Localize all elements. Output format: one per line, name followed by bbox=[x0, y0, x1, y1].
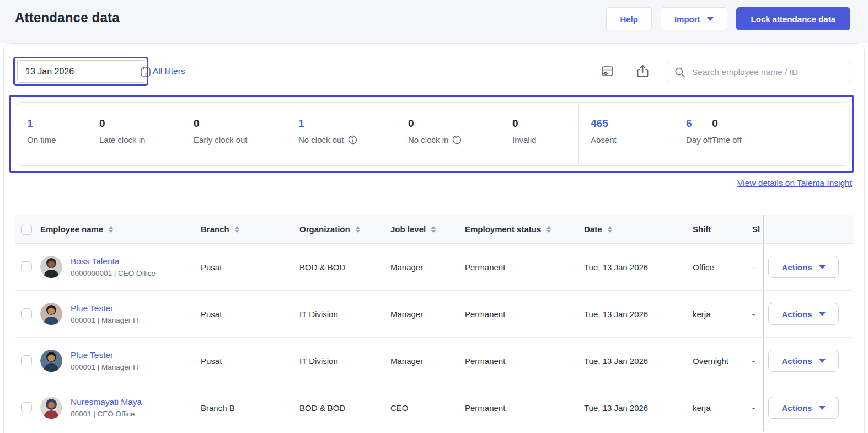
stat-value: 6 bbox=[686, 117, 712, 130]
stat-value: 1 bbox=[298, 117, 408, 130]
cell-date: Tue, 13 Jan 2026 bbox=[584, 384, 693, 431]
stat-value: 0 bbox=[194, 117, 298, 130]
stat-label: Day off bbox=[686, 135, 712, 145]
stat-time-off: 0 Time off bbox=[712, 103, 741, 165]
cell-date: Tue, 13 Jan 2026 bbox=[584, 244, 693, 290]
sort-icon[interactable] bbox=[356, 226, 360, 233]
cell-branch: Pusat bbox=[197, 338, 299, 384]
employee-name-link[interactable]: Nuresmayati Maya bbox=[71, 397, 142, 407]
stats-divider bbox=[578, 103, 579, 165]
caret-down-icon bbox=[707, 17, 714, 21]
stat-early-clock-out: 0 Early clock out bbox=[194, 103, 298, 165]
avatar bbox=[40, 350, 62, 372]
table-row: Plue Tester 000001 | Manager IT Pusat IT… bbox=[15, 338, 853, 384]
select-all-checkbox[interactable] bbox=[21, 224, 32, 235]
cell-job-level: Manager bbox=[390, 291, 465, 337]
cell-job-level: CEO bbox=[390, 384, 465, 431]
stat-value: 0 bbox=[408, 117, 512, 130]
cell-shift-in: - bbox=[752, 384, 763, 431]
cell-shift: kerja bbox=[693, 384, 752, 431]
page-title: Attendance data bbox=[15, 10, 120, 25]
sort-icon[interactable] bbox=[235, 226, 239, 233]
col-employee-name[interactable]: Employee name bbox=[40, 224, 103, 234]
avatar bbox=[40, 256, 62, 278]
toolbar-icons bbox=[598, 62, 652, 81]
search-box[interactable] bbox=[666, 61, 851, 83]
lock-attendance-button[interactable]: Lock attendance data bbox=[736, 7, 850, 30]
stat-value: 0 bbox=[512, 117, 578, 130]
all-filters-link[interactable]: All filters bbox=[153, 66, 185, 76]
sort-icon[interactable] bbox=[546, 226, 551, 233]
cell-employment-status: Permanent bbox=[465, 338, 584, 384]
actions-button[interactable]: Actions bbox=[768, 397, 839, 419]
col-employment-status[interactable]: Employment status bbox=[465, 224, 541, 234]
top-actions: Help Import Lock attendance data bbox=[606, 7, 850, 30]
cell-branch: Pusat bbox=[197, 244, 299, 290]
caret-down-icon bbox=[819, 359, 826, 363]
stat-late-clock-in: 0 Late clock in bbox=[99, 103, 194, 165]
date-filter-input[interactable] bbox=[25, 67, 140, 77]
talenta-insight-link[interactable]: View details on Talenta Insight bbox=[737, 178, 852, 188]
table-row: Nuresmayati Maya 00001 | CEO Office Bran… bbox=[15, 384, 853, 431]
calendar-icon bbox=[140, 66, 152, 78]
stat-no-clock-in: 0 No clock in bbox=[408, 103, 512, 165]
import-button-label: Import bbox=[674, 14, 700, 24]
stat-day-off: 6 Day off bbox=[686, 103, 712, 165]
cell-shift: kerja bbox=[693, 291, 752, 337]
actions-button[interactable]: Actions bbox=[768, 303, 839, 325]
stat-value: 0 bbox=[712, 117, 741, 130]
sort-icon[interactable] bbox=[608, 226, 612, 233]
row-checkbox[interactable] bbox=[21, 308, 32, 319]
import-button[interactable]: Import bbox=[661, 7, 727, 30]
export-icon[interactable] bbox=[633, 62, 652, 81]
table-row: Plue Tester 000001 | Manager IT Pusat IT… bbox=[15, 291, 853, 338]
col-job-level[interactable]: Job level bbox=[390, 224, 426, 234]
row-checkbox[interactable] bbox=[21, 402, 32, 413]
attendance-stats-card: 1 On time 0 Late clock in 0 Early clock … bbox=[17, 102, 850, 166]
cell-shift: Overnight bbox=[693, 338, 752, 384]
search-icon bbox=[674, 66, 686, 78]
stat-label: Invalid bbox=[512, 135, 578, 145]
stat-absent: 465 Absent bbox=[591, 103, 686, 165]
actions-button-label: Actions bbox=[781, 356, 812, 366]
stat-label: No clock in bbox=[408, 135, 448, 145]
col-date[interactable]: Date bbox=[584, 224, 602, 234]
stat-label: Early clock out bbox=[194, 135, 298, 145]
row-checkbox[interactable] bbox=[21, 355, 32, 366]
stat-value: 1 bbox=[27, 117, 99, 130]
cell-employment-status: Permanent bbox=[465, 384, 584, 431]
employee-meta: 000001 | Manager IT bbox=[71, 316, 140, 324]
caret-down-icon bbox=[819, 265, 826, 269]
cell-branch: Pusat bbox=[197, 291, 299, 337]
employee-name-link[interactable]: Plue Tester bbox=[71, 350, 140, 360]
sort-icon[interactable] bbox=[431, 226, 436, 233]
attendance-table: Employee name Branch Organization Job le… bbox=[15, 215, 853, 431]
attendance-settings-icon[interactable] bbox=[598, 62, 617, 81]
col-shift: Shift bbox=[693, 224, 711, 234]
date-filter-field[interactable] bbox=[17, 60, 144, 83]
search-input[interactable] bbox=[692, 67, 844, 77]
caret-down-icon bbox=[819, 312, 826, 316]
actions-button-label: Actions bbox=[781, 309, 812, 319]
cell-job-level: Manager bbox=[390, 244, 465, 290]
cell-shift-in: - bbox=[752, 291, 763, 337]
col-shift-in-clipped: Sl bbox=[752, 224, 760, 234]
col-branch[interactable]: Branch bbox=[201, 224, 229, 234]
info-icon[interactable] bbox=[452, 135, 462, 145]
actions-button[interactable]: Actions bbox=[768, 350, 839, 372]
sort-icon[interactable] bbox=[109, 226, 113, 233]
row-checkbox[interactable] bbox=[21, 261, 32, 272]
info-icon[interactable] bbox=[348, 135, 357, 145]
stat-value: 0 bbox=[99, 117, 194, 130]
employee-name-link[interactable]: Boss Talenta bbox=[71, 256, 156, 266]
col-organization[interactable]: Organization bbox=[299, 224, 350, 234]
actions-button[interactable]: Actions bbox=[768, 256, 839, 278]
employee-name-link[interactable]: Plue Tester bbox=[71, 303, 140, 313]
stat-value: 465 bbox=[591, 117, 686, 130]
cell-employment-status: Permanent bbox=[465, 244, 584, 290]
stat-label: Late clock in bbox=[99, 135, 194, 145]
help-button[interactable]: Help bbox=[606, 7, 652, 30]
cell-shift-in: - bbox=[752, 338, 763, 384]
actions-button-label: Actions bbox=[781, 263, 812, 272]
employee-meta: 000001 | Manager IT bbox=[71, 363, 140, 371]
